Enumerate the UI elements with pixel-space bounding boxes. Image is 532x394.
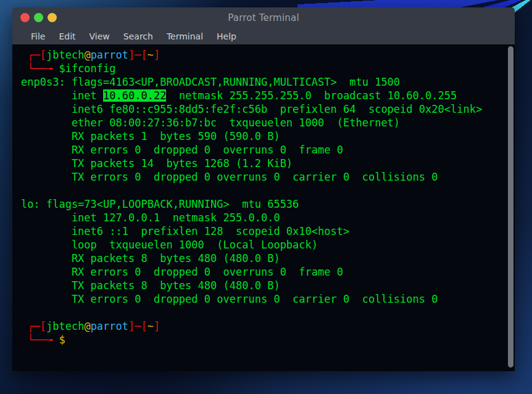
menu-item-view[interactable]: View	[83, 30, 117, 43]
terminal-text-segment: TX errors 0 dropped 0 overruns 0 carrier…	[21, 293, 438, 305]
close-button[interactable]	[20, 13, 30, 22]
terminal-text-segment: inet6 fe80::c955:8dd5:fe2f:c56b prefixle…	[21, 103, 482, 115]
terminal-text-segment: inet	[21, 89, 103, 102]
terminal-line: TX errors 0 dropped 0 overruns 0 carrier…	[21, 170, 504, 184]
terminal-line: ether 08:00:27:36:b7:bc txqueuelen 1000 …	[21, 116, 504, 129]
terminal-line: TX packets 14 bytes 1268 (1.2 KiB)	[21, 157, 504, 170]
window-controls	[20, 7, 57, 28]
terminal-text-segment: └──╼	[21, 62, 59, 75]
terminal-text-segment: TX errors 0 dropped 0 overruns 0 carrier…	[21, 171, 438, 183]
terminal-output[interactable]: ┌─[jbtech@parrot]─[~] └──╼ $ifconfigenp0…	[12, 44, 515, 371]
terminal-text-segment: TX packets 8 bytes 480 (480.0 B)	[21, 279, 280, 292]
terminal-text-segment: jbtech	[46, 49, 84, 61]
terminal-line: RX packets 8 bytes 480 (480.0 B)	[21, 252, 504, 265]
terminal-line	[21, 306, 504, 319]
terminal-text-segment: jbtech	[46, 320, 84, 332]
terminal-line: lo: flags=73<UP,LOOPBACK,RUNNING> mtu 65…	[21, 197, 504, 211]
selected-text: 10.60.0.22	[103, 89, 166, 102]
terminal-line: loop txqueuelen 1000 (Local Loopback)	[21, 238, 504, 252]
terminal-line: RX errors 0 dropped 0 overruns 0 frame 0	[21, 143, 504, 157]
terminal-line: ┌─[jbtech@parrot]─[~]	[21, 48, 504, 62]
terminal-line: └──╼ $ifconfig	[21, 62, 504, 75]
terminal-text-segment: @	[84, 320, 90, 332]
terminal-text-segment: RX packets 8 bytes 480 (480.0 B)	[21, 252, 280, 265]
terminal-line: RX errors 0 dropped 0 overruns 0 frame 0	[21, 265, 504, 279]
terminal-text-segment: ~	[148, 49, 154, 61]
terminal-text-segment: @	[84, 49, 90, 61]
terminal-text-segment: ]	[154, 49, 160, 61]
terminal-text-segment: inet6 ::1 prefixlen 128 scopeid 0x10<hos…	[21, 225, 349, 237]
menu-item-terminal[interactable]: Terminal	[160, 30, 210, 43]
terminal-line: inet6 fe80::c955:8dd5:fe2f:c56b prefixle…	[21, 102, 504, 116]
menu-item-file[interactable]: File	[24, 30, 52, 43]
terminal-text-segment: parrot	[91, 320, 128, 332]
terminal-text-segment: ether 08:00:27:36:b7:bc txqueuelen 1000 …	[21, 117, 400, 129]
scrollbar-thumb[interactable]	[508, 46, 513, 367]
menu-item-help[interactable]: Help	[210, 30, 243, 43]
terminal-text-segment: $ifconfig	[59, 62, 115, 75]
terminal-text-segment: └──╼	[21, 334, 59, 346]
terminal-line: TX packets 8 bytes 480 (480.0 B)	[21, 279, 504, 292]
terminal-text-segment: RX errors 0 dropped 0 overruns 0 frame 0	[21, 266, 343, 278]
terminal-text-segment: parrot	[91, 49, 128, 61]
terminal-line: enp0s3: flags=4163<UP,BROADCAST,RUNNING,…	[21, 75, 504, 89]
minimize-button[interactable]	[48, 13, 57, 22]
terminal-text-segment: ]─[	[128, 320, 148, 332]
terminal-text-segment: TX packets 14 bytes 1268 (1.2 KiB)	[21, 157, 293, 170]
terminal-lines: ┌─[jbtech@parrot]─[~] └──╼ $ifconfigenp0…	[21, 48, 504, 347]
window-title: Parrot Terminal	[228, 12, 299, 23]
menu-item-search[interactable]: Search	[117, 30, 160, 43]
terminal-text-segment: enp0s3: flags=4163<UP,BROADCAST,RUNNING,…	[21, 76, 400, 88]
terminal-text-segment: ~	[148, 320, 154, 332]
terminal-line	[21, 184, 504, 197]
terminal-text-segment: loop txqueuelen 1000 (Local Loopback)	[21, 239, 318, 251]
terminal-text-segment: ]─[	[128, 49, 148, 61]
menu-item-edit[interactable]: Edit	[52, 30, 82, 43]
terminal-line: TX errors 0 dropped 0 overruns 0 carrier…	[21, 292, 504, 306]
terminal-text-segment: $	[59, 334, 65, 346]
terminal-text-segment: ┌─[	[21, 49, 46, 61]
maximize-button[interactable]	[34, 13, 43, 22]
terminal-text-segment: lo: flags=73<UP,LOOPBACK,RUNNING> mtu 65…	[21, 198, 299, 210]
terminal-text-segment: inet 127.0.0.1 netmask 255.0.0.0	[21, 211, 280, 224]
parrot-terminal-window: Parrot Terminal FileEditViewSearchTermin…	[12, 7, 515, 371]
title-bar[interactable]: Parrot Terminal	[12, 7, 515, 28]
terminal-text-segment: ]	[154, 320, 160, 332]
menu-bar: FileEditViewSearchTerminalHelp	[12, 28, 515, 44]
terminal-text-segment: RX errors 0 dropped 0 overruns 0 frame 0	[21, 144, 343, 156]
terminal-line: └──╼ $	[21, 333, 504, 347]
terminal-text-segment: ┌─[	[21, 320, 46, 332]
terminal-text-segment: RX packets 1 bytes 590 (590.0 B)	[21, 130, 280, 142]
terminal-line: inet6 ::1 prefixlen 128 scopeid 0x10<hos…	[21, 224, 504, 238]
terminal-line: inet 127.0.0.1 netmask 255.0.0.0	[21, 211, 504, 224]
terminal-line: ┌─[jbtech@parrot]─[~]	[21, 319, 504, 333]
terminal-line: inet 10.60.0.22 netmask 255.255.255.0 br…	[21, 89, 504, 102]
terminal-text-segment: netmask 255.255.255.0 broadcast 10.60.0.…	[166, 89, 457, 102]
terminal-line: RX packets 1 bytes 590 (590.0 B)	[21, 129, 504, 143]
scrollbar[interactable]	[507, 44, 515, 371]
